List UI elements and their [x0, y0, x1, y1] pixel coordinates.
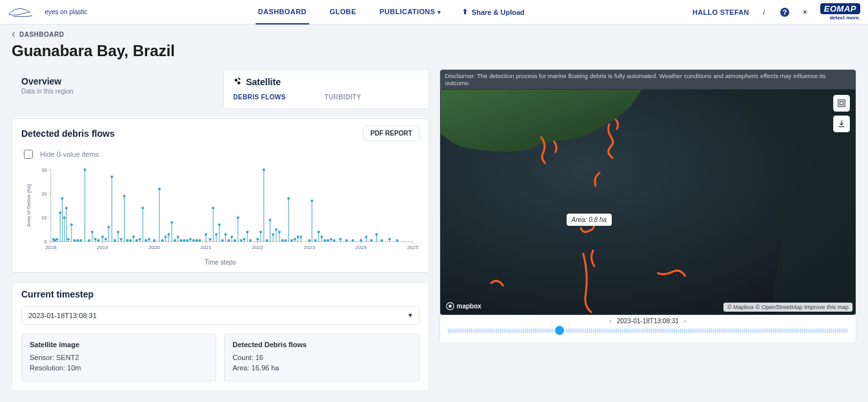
nav-dashboard[interactable]: DASHBOARD — [256, 0, 309, 25]
mapbox-logo: mapbox — [446, 302, 481, 310]
timestep-select-value: 2023-01-18T13:08:31 — [28, 312, 97, 319]
svg-point-66 — [105, 238, 107, 241]
nav-globe[interactable]: GLOBE — [327, 0, 359, 25]
svg-point-164 — [268, 219, 271, 221]
svg-point-110 — [177, 236, 179, 238]
svg-point-104 — [167, 233, 170, 236]
chevron-left-icon — [12, 32, 15, 37]
help-icon[interactable]: ? — [779, 6, 791, 18]
svg-point-68 — [107, 226, 110, 228]
svg-point-108 — [174, 239, 176, 241]
selector-satellite[interactable]: Satellite DEBRIS FLOWS TURBIDITY — [223, 69, 429, 109]
breadcrumb[interactable]: DASHBOARD — [12, 31, 856, 38]
brand-logo[interactable]: eyes on plastic — [8, 5, 88, 20]
slider-handle[interactable] — [555, 326, 564, 335]
svg-text:Area of Debris [ha]: Area of Debris [ha] — [26, 185, 32, 227]
svg-point-227 — [449, 305, 452, 308]
svg-point-146 — [237, 216, 239, 219]
svg-point-50 — [76, 239, 79, 241]
svg-point-112 — [180, 239, 183, 241]
svg-text:2025: 2025 — [407, 245, 419, 250]
svg-point-200 — [330, 238, 332, 241]
selector-satellite-title: Satellite — [246, 77, 281, 87]
svg-point-192 — [318, 230, 320, 233]
svg-text:10: 10 — [41, 215, 47, 221]
map-timeline-slider[interactable] — [448, 325, 849, 336]
satellite-image-title: Satellite image — [30, 341, 208, 348]
detected-debris-card: Detected Debris flows Count: 16 Area: 16… — [224, 334, 419, 381]
user-greeting: HALLO STEFAN — [692, 8, 749, 16]
svg-text:2019: 2019 — [97, 245, 108, 250]
svg-point-72 — [114, 239, 116, 241]
pdf-report-button[interactable]: PDF REPORT — [363, 125, 419, 141]
svg-text:2021: 2021 — [200, 245, 212, 250]
selector-overview[interactable]: Overview Data in this region — [12, 69, 217, 109]
topbar-right: HALLO STEFAN i ? ☀ EOMAP detect more. — [692, 3, 860, 21]
svg-point-88 — [139, 238, 141, 241]
svg-point-126 — [205, 233, 207, 236]
svg-point-150 — [243, 238, 245, 241]
selector-overview-title: Overview — [21, 76, 207, 86]
svg-text:30: 30 — [41, 167, 47, 173]
page-title: Guanabara Bay, Brazil — [12, 42, 856, 60]
brand-icon — [8, 5, 41, 20]
svg-point-144 — [234, 239, 236, 241]
svg-point-122 — [196, 239, 198, 241]
satellite-map[interactable]: Area: 0.8 ha mapbox © Mapb — [440, 89, 856, 315]
svg-point-84 — [132, 236, 135, 238]
timestep-card: Current timestep 2023-01-18T13:08:31 ▾ S… — [12, 282, 429, 391]
brand-text: eyes on plastic — [45, 8, 87, 15]
svg-point-190 — [314, 239, 317, 241]
svg-point-186 — [308, 239, 310, 241]
info-icon[interactable]: i — [758, 6, 770, 18]
svg-point-36 — [59, 212, 61, 214]
tab-debris-flows[interactable]: DEBRIS FLOWS — [233, 94, 285, 101]
upload-icon: ⬆ — [462, 8, 468, 16]
svg-rect-224 — [838, 100, 845, 107]
svg-text:2023: 2023 — [303, 245, 315, 250]
svg-point-222 — [396, 239, 399, 241]
svg-point-94 — [148, 238, 150, 241]
svg-point-148 — [240, 239, 243, 241]
map-disclaimer: Disclaimer: The detection process for ma… — [440, 70, 856, 89]
hide-zero-checkbox[interactable]: Hide 0-value items — [12, 148, 429, 163]
svg-point-142 — [230, 236, 233, 238]
svg-point-218 — [380, 239, 383, 241]
svg-point-198 — [327, 239, 329, 241]
svg-point-74 — [117, 230, 119, 233]
nav-publications[interactable]: PUBLICATIONS▾ — [377, 0, 444, 25]
nav-upload[interactable]: ⬆ Share & Upload — [462, 8, 525, 16]
svg-point-76 — [120, 238, 123, 241]
map-timeline-label: ‹ 2023-01-18T13:08:31 › — [440, 317, 856, 325]
svg-point-34 — [56, 238, 58, 241]
svg-point-60 — [94, 238, 97, 241]
timeline-next[interactable]: › — [684, 317, 686, 325]
timeline-prev[interactable]: ‹ — [609, 317, 611, 325]
svg-point-188 — [310, 199, 313, 202]
debris-chart-title: Detected debris flows — [21, 128, 115, 139]
tab-turbidity[interactable]: TURBIDITY — [325, 94, 361, 101]
svg-point-40 — [63, 216, 66, 219]
partner-logo[interactable]: EOMAP detect more. — [820, 3, 860, 21]
svg-text:?: ? — [782, 8, 787, 16]
svg-point-92 — [145, 239, 147, 241]
svg-point-154 — [249, 239, 252, 241]
svg-point-128 — [209, 238, 212, 241]
svg-point-62 — [97, 239, 99, 241]
svg-point-80 — [126, 239, 128, 241]
hide-zero-input[interactable] — [24, 150, 33, 159]
map-attribution[interactable]: © Mapbox © OpenStreetMap Improve this ma… — [723, 303, 853, 312]
svg-point-184 — [300, 236, 303, 238]
debris-chart[interactable]: 010203020182019202020212022202320242025A… — [12, 163, 429, 272]
map-measure-button[interactable] — [833, 95, 850, 112]
theme-toggle-icon[interactable]: ☀ — [800, 6, 811, 18]
svg-point-208 — [352, 239, 354, 241]
svg-point-138 — [225, 233, 227, 236]
map-download-button[interactable] — [833, 116, 850, 132]
svg-point-56 — [88, 239, 90, 241]
chart-xlabel: Time steps — [21, 259, 419, 266]
svg-point-114 — [183, 239, 185, 241]
svg-point-166 — [272, 233, 274, 236]
svg-point-96 — [153, 239, 156, 241]
timestep-select[interactable]: 2023-01-18T13:08:31 ▾ — [21, 306, 419, 325]
